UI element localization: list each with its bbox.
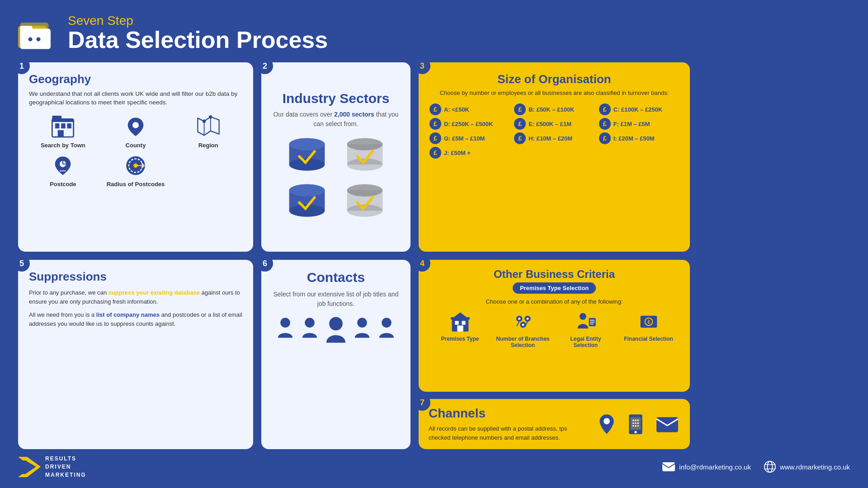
search-by-town-icon	[49, 114, 76, 139]
footer-website: www.rdmarketing.co.uk	[780, 463, 850, 471]
svg-point-33	[289, 184, 325, 196]
step1-badge: 1	[14, 58, 30, 74]
svg-point-15	[209, 115, 212, 119]
pound-icon-b: £	[514, 103, 526, 115]
svg-point-81	[764, 461, 775, 472]
geography-title: Geography	[29, 72, 242, 86]
svg-point-82	[767, 461, 772, 472]
other-criteria-card: 4 Other Business Criteria Premises Type …	[419, 260, 690, 392]
main-container: Seven Step Data Selection Process 1 Geog…	[0, 0, 868, 488]
svg-point-50	[518, 318, 520, 320]
size-band-f: £ F: £1M – £5M	[599, 118, 679, 130]
premises-type-label: Premises Type	[441, 336, 479, 342]
geography-desc: We understand that not all clients work …	[29, 90, 242, 107]
svg-rect-80	[662, 462, 675, 471]
channels-icons	[597, 413, 680, 436]
industry-title: Industry Sectors	[283, 91, 390, 106]
svg-point-71	[635, 422, 636, 423]
svg-point-25	[289, 138, 325, 150]
geo-item-town: Search by Town	[29, 114, 97, 149]
right-bottom-column: 4 Other Business Criteria Premises Type …	[419, 260, 690, 449]
postcode-icon	[49, 153, 76, 178]
location-icon	[597, 413, 617, 436]
pound-icon-e: £	[514, 118, 526, 130]
svg-point-76	[634, 431, 637, 433]
svg-point-55	[579, 313, 586, 320]
band-h-label: H: £10M – £20M	[528, 135, 572, 142]
header-subtitle: Seven Step	[68, 14, 328, 28]
region-icon	[195, 114, 222, 139]
db-icon-4	[338, 181, 392, 224]
db-icon-2	[338, 135, 392, 178]
svg-point-40	[329, 317, 343, 330]
pound-icon-f: £	[599, 118, 611, 130]
svg-point-52	[526, 318, 528, 320]
geo-radius-label: Radius of Postcodes	[107, 181, 165, 188]
financial-label: Financial Selection	[624, 336, 673, 342]
size-band-g: £ G: £5M – £10M	[429, 132, 509, 144]
svg-point-37	[347, 184, 383, 196]
suppressions-text2: All we need from you is a list of compan…	[29, 310, 242, 328]
suppressions-card: 5 Suppressions Prior to any purchase, we…	[18, 260, 253, 449]
criteria-icons-row: Premises Type	[429, 310, 680, 348]
db-icon-3	[280, 181, 334, 224]
footer-contact: info@rdmarketing.co.uk www.rdmarketing.c…	[662, 460, 850, 473]
size-band-e: £ E: £500K – £1M	[514, 118, 594, 130]
contact-person-icons	[275, 316, 396, 344]
person-icon-2	[300, 316, 320, 340]
svg-point-54	[522, 324, 524, 326]
band-e-label: E: £500K – £1M	[528, 121, 571, 127]
channels-title: Channels	[429, 406, 586, 421]
person-icon-3	[352, 316, 372, 340]
legal-entity-icon	[575, 310, 597, 333]
suppressions-text1: Prior to any purchase, we can suppress y…	[29, 288, 242, 306]
step2-badge: 2	[257, 58, 273, 74]
premises-badge: Premises Type Selection	[513, 282, 596, 294]
channels-desc: All records can be supplied with a posta…	[429, 424, 586, 442]
premises-type-icon	[449, 310, 472, 333]
criteria-financial: £ Financial Selection	[621, 310, 676, 342]
geo-town-label: Search by Town	[41, 142, 85, 149]
pound-icon-a: £	[429, 103, 441, 115]
premises-badge-wrap: Premises Type Selection	[429, 282, 680, 298]
svg-point-69	[637, 419, 638, 421]
contacts-card: 6 Contacts Select from our extensive lis…	[261, 260, 410, 449]
channels-text: Channels All records can be supplied wit…	[429, 406, 586, 442]
svg-rect-10	[58, 130, 64, 137]
industry-desc: Our data covers over 2,000 sectors that …	[272, 110, 400, 129]
geo-item-radius: Radius of Postcodes	[102, 153, 170, 188]
pound-icon-h: £	[514, 132, 526, 144]
svg-point-4	[28, 37, 33, 41]
pound-icon-d: £	[429, 118, 441, 130]
svg-point-68	[635, 419, 636, 421]
pound-icon-g: £	[429, 132, 441, 144]
size-band-a: £ A: <£50K	[429, 103, 509, 115]
footer: RESULTS DRIVEN MARKETING info@rdmarketin…	[18, 455, 850, 479]
phone-icon	[626, 413, 646, 436]
pound-icon-i: £	[599, 132, 611, 144]
criteria-premises: Premises Type	[432, 310, 487, 342]
criteria-branches: Number of Branches Selection	[495, 310, 550, 348]
branches-label: Number of Branches Selection	[495, 336, 550, 348]
financial-selection-icon: £	[637, 310, 660, 333]
svg-point-63	[604, 418, 610, 424]
svg-rect-46	[457, 325, 463, 331]
footer-email-item: info@rdmarketing.co.uk	[662, 461, 751, 472]
band-d-label: D: £250K – £500K	[444, 121, 493, 127]
pound-icon-c: £	[599, 103, 611, 115]
rdm-logo-icon	[18, 457, 41, 477]
svg-point-73	[632, 425, 634, 426]
step7-badge: 7	[414, 394, 430, 411]
size-bands-grid: £ A: <£50K £ B: £50K – £100K £ C: £100K …	[429, 103, 679, 159]
pound-icon-j: £	[429, 147, 441, 159]
branches-icon	[512, 310, 534, 333]
db-icon-1	[280, 135, 334, 178]
db-icons	[280, 135, 392, 224]
band-g-label: G: £5M – £10M	[444, 135, 485, 142]
band-c-label: C: £100K – £250K	[613, 106, 662, 113]
geo-item-region: Region	[174, 114, 242, 149]
svg-point-5	[37, 37, 41, 41]
company-names-highlight: list of company names	[96, 311, 160, 318]
svg-point-29	[347, 138, 383, 150]
footer-website-item: www.rdmarketing.co.uk	[764, 460, 850, 473]
